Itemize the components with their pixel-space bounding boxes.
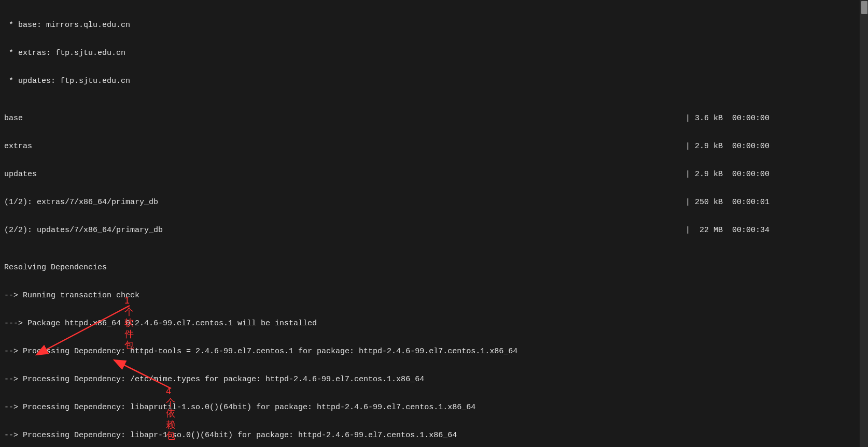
dep-line: --> Processing Dependency: httpd-tools =… [4, 347, 774, 356]
mirror-updates: * updates: ftp.sjtu.edu.cn [4, 77, 774, 86]
dep-line: Resolving Dependencies [4, 263, 774, 272]
repo-row: updates| 2.9 kB 00:00:00 [4, 170, 774, 179]
dep-line: --> Processing Dependency: libaprutil-1.… [4, 403, 774, 412]
mirror-base: * base: mirrors.qlu.edu.cn [4, 21, 774, 30]
dep-line: --> Processing Dependency: /etc/mime.typ… [4, 375, 774, 384]
repo-row: base| 3.6 kB 00:00:00 [4, 114, 774, 123]
scrollbar-thumb[interactable] [861, 1, 867, 14]
dep-line: --> Running transaction check [4, 291, 774, 300]
mirror-extras: * extras: ftp.sjtu.edu.cn [4, 49, 774, 58]
dep-line: --> Processing Dependency: libapr-1.so.0… [4, 431, 774, 440]
dep-line: ---> Package httpd.x86_64 0:2.4.6-99.el7… [4, 319, 774, 328]
repo-row: (2/2): updates/7/x86_64/primary_db| 22 M… [4, 226, 774, 235]
terminal-output[interactable]: * base: mirrors.qlu.edu.cn * extras: ftp… [0, 0, 778, 447]
scrollbar-track[interactable] [860, 0, 868, 447]
repo-row: extras| 2.9 kB 00:00:00 [4, 142, 774, 151]
repo-row: (1/2): extras/7/x86_64/primary_db| 250 k… [4, 198, 774, 207]
